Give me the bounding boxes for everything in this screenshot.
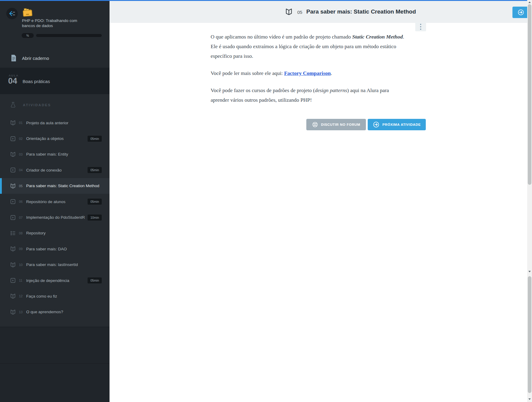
text-segment: O que aplicamos no último vídeo é um pad…: [211, 34, 352, 40]
document-icon: [11, 54, 17, 62]
activity-item-08[interactable]: 08Repository: [0, 225, 110, 241]
activity-label: Para saber mais: Static Creation Method: [26, 184, 110, 188]
discuss-forum-button[interactable]: DISCUTIR NO FORUM: [306, 119, 366, 130]
activity-item-06[interactable]: 06Repositório de alunos05min: [0, 194, 110, 209]
activity-label: Para saber mais: DAO: [26, 247, 110, 251]
activity-label: Orientação a objetos: [26, 136, 85, 141]
list-icon: [10, 230, 16, 236]
text-segment: .: [331, 70, 332, 76]
book-icon: [10, 293, 16, 299]
scrollbar-thumb[interactable]: [528, 276, 531, 393]
course-title-line1: PHP e PDO: Trabalhando com: [22, 18, 77, 23]
activity-number: 01: [19, 121, 24, 125]
scrollbar[interactable]: [527, 0, 532, 402]
next-activity-label: PRÓXIMA ATIVIDADE: [382, 123, 421, 126]
sidebar-bottom: AULAS 04. Boas práticas OUTROS LINKS: [0, 327, 110, 402]
activity-number: 11: [19, 279, 24, 282]
book-icon: [10, 120, 16, 126]
activity-number: 13: [19, 310, 24, 314]
lesson-number: 04: [8, 76, 17, 86]
course-logo-icon: [22, 7, 34, 17]
activity-number: 05: [19, 184, 24, 188]
top-accent-strip: [0, 0, 532, 1]
activity-header: 05 Para saber mais: Static Creation Meth…: [110, 1, 527, 23]
sidebar: PHP e PDO: Trabalhando com bancos de dad…: [0, 0, 110, 402]
progress-percent-badge: %: [22, 33, 34, 38]
activity-number: 10: [19, 263, 24, 267]
activity-item-01[interactable]: 01Projeto da aula anterior: [0, 115, 110, 131]
more-options-button[interactable]: [415, 22, 426, 31]
next-activity-button-bottom[interactable]: PRÓXIMA ATIVIDADE: [368, 119, 426, 130]
text-segment: design patterns: [315, 87, 347, 93]
activities-header: ATIVIDADES: [11, 102, 51, 108]
activity-label: Injeção de dependência: [26, 278, 85, 283]
open-notebook-label: Abrir caderno: [22, 56, 49, 61]
activity-number: 02: [19, 137, 24, 141]
scroll-down-arrow-icon[interactable]: [528, 398, 531, 400]
activity-label: Repositório de alunos: [26, 199, 85, 204]
video-icon: [10, 215, 16, 221]
activity-number: 05: [297, 10, 302, 15]
activity-item-07[interactable]: 07Implementação do PdoStudentR...10min: [0, 209, 110, 225]
activity-duration-badge: 05min: [88, 167, 102, 173]
activity-label: Implementação do PdoStudentR...: [26, 215, 85, 220]
text-segment: Você pode ler mais sobre ele aqui:: [211, 70, 284, 76]
book-icon: [10, 262, 16, 268]
video-icon: [10, 167, 16, 173]
activity-item-02[interactable]: 02Orientação a objetos05min: [0, 131, 110, 146]
paragraph: Você pode fazer os cursos de padrões de …: [211, 85, 404, 105]
paragraph: Você pode ler mais sobre ele aqui: Facto…: [211, 68, 404, 78]
activity-label: Repository: [26, 231, 110, 235]
activity-number: 03: [19, 153, 24, 156]
activity-label: Criador de conexão: [26, 168, 85, 172]
scrollbar-thumb[interactable]: [528, 4, 531, 185]
book-icon: [10, 309, 16, 315]
progress-bar: [36, 34, 102, 37]
activity-number: 04: [19, 168, 24, 172]
activity-item-09[interactable]: 09Para saber mais: DAO: [0, 241, 110, 257]
page: PHP e PDO: Trabalhando com bancos de dad…: [0, 0, 532, 402]
activities-header-label: ATIVIDADES: [23, 103, 51, 107]
activity-label: Projeto da aula anterior: [26, 121, 110, 125]
video-icon: [10, 277, 16, 283]
activity-item-04[interactable]: 04Criador de conexão05min: [0, 162, 110, 178]
course-title-line2: bancos de dados: [22, 23, 53, 28]
arrow-right-circle-icon: [518, 9, 524, 16]
arrow-right-circle-icon: [373, 121, 379, 128]
activity-duration-badge: 05min: [88, 277, 102, 283]
divider: [0, 363, 110, 363]
activity-number: 12: [19, 294, 24, 298]
activities-list: 01Projeto da aula anterior02Orientação a…: [0, 115, 110, 320]
text-segment: Você pode fazer os cursos de padrões de …: [211, 87, 315, 93]
paragraph: O que aplicamos no último vídeo é um pad…: [211, 32, 404, 61]
factory-comparison-link[interactable]: Factory Comparison: [284, 70, 331, 76]
open-notebook-button[interactable]: Abrir caderno: [0, 49, 110, 67]
activity-label: Para saber mais: lastInsertId: [26, 262, 110, 267]
activity-item-10[interactable]: 10Para saber mais: lastInsertId: [0, 257, 110, 273]
book-icon: [10, 246, 16, 252]
book-icon: [10, 151, 16, 157]
course-title: PHP e PDO: Trabalhando com bancos de dad…: [22, 18, 97, 28]
activity-item-05[interactable]: 05Para saber mais: Static Creation Metho…: [0, 178, 110, 194]
lesson-title: Boas práticas: [23, 79, 50, 84]
activity-number: 08: [19, 231, 24, 235]
activity-item-12[interactable]: 12Faça como eu fiz: [0, 288, 110, 304]
scroll-down-arrow-icon[interactable]: [528, 271, 531, 272]
current-lesson-block: AULA 04 Boas práticas: [0, 68, 110, 94]
video-icon: [10, 136, 16, 142]
discuss-forum-label: DISCUTIR NO FORUM: [321, 123, 360, 126]
flask-icon: [11, 102, 16, 108]
activity-item-03[interactable]: 03Para saber mais: Entity: [0, 147, 110, 162]
activity-label: Faça como eu fiz: [26, 294, 110, 298]
activity-item-13[interactable]: 13O que aprendemos?: [0, 304, 110, 320]
collapse-sidebar-button[interactable]: [6, 8, 18, 19]
video-icon: [10, 199, 16, 205]
activity-duration-badge: 05min: [88, 136, 102, 142]
text-segment: Static Creation Method: [352, 34, 403, 40]
activity-item-11[interactable]: 11Injeção de dependência05min: [0, 273, 110, 288]
scroll-up-arrow-icon[interactable]: [528, 2, 531, 3]
kebab-icon: [420, 24, 421, 25]
activity-label: O que aprendemos?: [26, 310, 110, 314]
activity-duration-badge: 05min: [88, 199, 102, 205]
activity-number: 07: [19, 216, 24, 219]
